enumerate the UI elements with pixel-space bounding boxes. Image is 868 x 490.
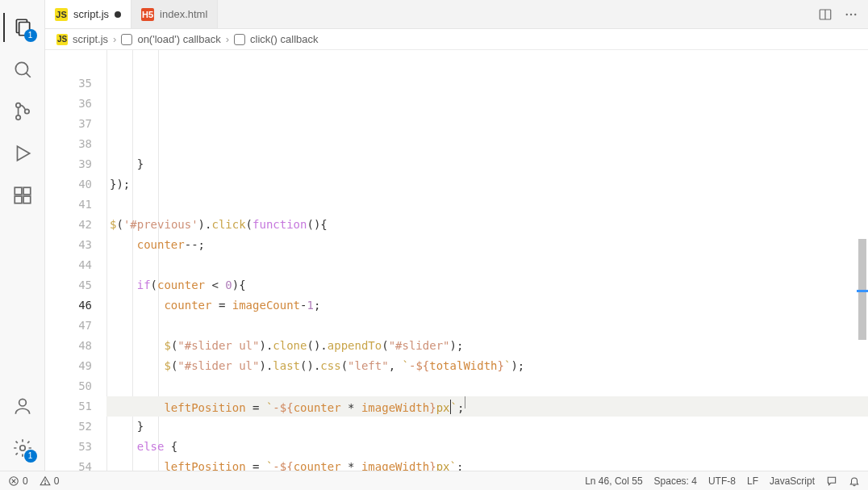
line-number: 43 [45,235,92,255]
status-errors[interactable]: 0 [8,475,28,487]
html-file-icon: H5 [141,8,154,21]
chevron-right-icon: › [113,33,116,45]
line-number: 40 [45,174,92,195]
svg-rect-8 [15,187,22,195]
code-line[interactable]: else { [106,437,868,457]
scrollbar[interactable] [857,50,868,471]
line-number: 38 [45,134,92,154]
code-line[interactable]: } [106,154,868,174]
svg-point-12 [19,399,26,406]
svg-line-3 [26,73,30,77]
code-line[interactable] [106,316,868,336]
code-line[interactable]: counter = imageCount-1; [106,295,868,316]
explorer-badge: 1 [24,29,37,42]
svg-point-18 [854,13,856,15]
status-eol[interactable]: LF [747,475,758,487]
line-number: 35 [45,73,92,94]
line-number: 51 [45,396,92,417]
account-icon[interactable] [3,387,42,425]
editor[interactable]: 3536373839404142434445464748495051525354… [45,50,868,471]
svg-marker-7 [17,146,29,160]
code-line[interactable] [106,255,868,275]
line-number: 39 [45,154,92,174]
search-icon[interactable] [3,50,42,89]
status-bar: 0 0 Ln 46, Col 55 Spaces: 4 UTF-8 LF Jav… [0,471,868,490]
code-line[interactable]: if(counter < 0){ [106,275,868,295]
tab-bar: JS script.js H5 index.html [45,0,868,29]
status-language[interactable]: JavaScript [770,475,815,487]
svg-rect-11 [23,196,31,203]
symbol-function-icon [121,34,132,45]
svg-point-23 [44,483,45,484]
settings-badge: 1 [24,450,37,463]
settings-gear-icon[interactable]: 1 [3,429,42,467]
svg-rect-10 [15,196,22,203]
breadcrumb-symbol[interactable]: click() callback [250,33,319,45]
breadcrumb-file[interactable]: script.js [73,33,108,45]
line-gutter: 3536373839404142434445464748495051525354 [45,50,106,471]
tab-label: index.html [160,8,207,20]
code-area[interactable]: }});$('#previous').click(function(){ cou… [106,50,868,471]
extensions-icon[interactable] [3,176,42,215]
status-bell-icon[interactable] [849,475,860,487]
svg-point-2 [15,62,27,74]
chevron-right-icon: › [226,33,229,45]
status-cursor-position[interactable]: Ln 46, Col 55 [585,475,642,487]
line-number: 41 [45,195,92,215]
line-number: 47 [45,316,92,336]
code-line[interactable]: leftPosition = `-${counter * imageWidth}… [106,396,868,417]
code-line[interactable] [106,376,868,396]
svg-point-4 [15,103,19,107]
source-control-icon[interactable] [3,92,42,131]
code-line[interactable]: $("#slider ul").clone().appendTo("#slide… [106,336,868,356]
line-number: 53 [45,437,92,457]
symbol-function-icon [234,34,245,45]
svg-point-17 [850,13,852,15]
line-number [45,53,92,73]
svg-point-16 [846,13,848,15]
tab-script-js[interactable]: JS script.js [45,0,131,28]
line-number: 46 [45,295,92,316]
svg-rect-9 [23,187,31,195]
line-number: 45 [45,275,92,295]
run-debug-icon[interactable] [3,134,42,173]
code-line[interactable] [106,195,868,215]
js-file-icon: JS [56,34,68,45]
line-number: 52 [45,417,92,437]
line-number: 37 [45,114,92,134]
line-number: 49 [45,356,92,376]
js-file-icon: JS [55,8,68,21]
tab-index-html[interactable]: H5 index.html [131,0,218,28]
line-number: 42 [45,215,92,235]
line-number: 44 [45,255,92,275]
explorer-icon[interactable]: 1 [3,8,42,47]
code-line[interactable]: $('#previous').click(function(){ [106,215,868,235]
svg-point-5 [15,115,19,119]
breadcrumb[interactable]: JS script.js › on('load') callback › cli… [45,29,868,50]
split-editor-icon[interactable] [816,6,834,23]
code-line[interactable]: counter--; [106,235,868,255]
status-warnings[interactable]: 0 [40,475,60,487]
code-line[interactable]: } [106,417,868,437]
tab-label: script.js [73,8,109,20]
more-actions-icon[interactable] [842,6,860,23]
activity-bar: 1 1 [0,0,45,471]
svg-point-6 [24,109,28,113]
svg-point-13 [19,446,25,451]
scrollbar-marker [857,290,868,292]
line-number: 54 [45,457,92,471]
modified-dot-icon [115,11,121,18]
code-line[interactable]: $("#slider ul").last().css("left", `-${t… [106,356,868,376]
code-line[interactable]: }); [106,174,868,195]
status-encoding[interactable]: UTF-8 [708,475,736,487]
line-number: 36 [45,94,92,114]
line-number: 50 [45,376,92,396]
breadcrumb-symbol[interactable]: on('load') callback [137,33,220,45]
status-indentation[interactable]: Spaces: 4 [654,475,697,487]
line-number: 48 [45,336,92,356]
code-line[interactable]: leftPosition = `-${counter * imageWidth}… [106,457,868,471]
status-feedback-icon[interactable] [826,475,837,487]
